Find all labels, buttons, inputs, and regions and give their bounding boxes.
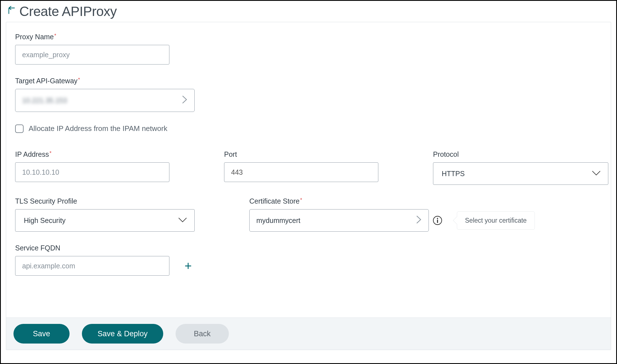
chevron-right-icon — [181, 95, 188, 106]
save-button[interactable]: Save — [13, 324, 70, 344]
service-fqdn-label: Service FQDN — [15, 244, 602, 252]
back-button[interactable]: Back — [176, 324, 229, 344]
target-gateway-select[interactable]: 10.221.35.153 — [15, 89, 195, 112]
field-cert-store: Certificate Store* mydummycert Select yo… — [249, 197, 535, 232]
chevron-down-icon — [591, 169, 601, 178]
row-ip-port-protocol: IP Address* Port Protocol HTTPS — [15, 150, 602, 185]
form-panel: Proxy Name* Target API-Gateway* 10.221.3… — [6, 22, 611, 350]
allocate-ipam-label[interactable]: Allocate IP Address from the IPAM networ… — [29, 124, 167, 133]
chevron-down-icon — [178, 216, 188, 225]
required-star-icon: * — [78, 77, 80, 82]
target-gateway-label-text: Target API-Gateway — [15, 77, 77, 85]
port-input[interactable] — [224, 162, 378, 182]
allocate-ipam-checkbox[interactable] — [15, 125, 24, 133]
row-tls-cert: TLS Security Profile High Security Certi… — [15, 197, 602, 232]
target-gateway-value: 10.221.35.153 — [22, 96, 67, 105]
ip-address-label-text: IP Address — [15, 150, 49, 158]
protocol-select[interactable]: HTTPS — [433, 162, 608, 185]
proxy-name-input[interactable] — [15, 45, 169, 64]
protocol-value: HTTPS — [442, 170, 465, 178]
target-gateway-label: Target API-Gateway* — [15, 77, 602, 85]
svg-rect-2 — [437, 220, 438, 223]
info-icon[interactable] — [433, 216, 442, 225]
field-port: Port — [224, 150, 378, 185]
cert-store-label-text: Certificate Store — [249, 197, 300, 205]
proxy-name-label: Proxy Name* — [15, 33, 602, 41]
tls-profile-label: TLS Security Profile — [15, 197, 195, 205]
svg-point-1 — [437, 218, 438, 219]
required-star-icon: * — [54, 33, 56, 38]
field-ip-address: IP Address* — [15, 150, 169, 185]
chevron-right-icon — [416, 215, 422, 226]
tls-profile-select[interactable]: High Security — [15, 209, 195, 232]
protocol-label: Protocol — [433, 150, 608, 158]
proxy-name-label-text: Proxy Name — [15, 33, 54, 41]
required-star-icon: * — [49, 150, 51, 156]
allocate-ipam-row: Allocate IP Address from the IPAM networ… — [15, 124, 602, 133]
ip-address-label: IP Address* — [15, 150, 169, 158]
field-proxy-name: Proxy Name* — [15, 33, 602, 64]
cert-store-value: mydummycert — [256, 216, 300, 225]
required-star-icon: * — [300, 197, 302, 203]
save-deploy-button[interactable]: Save & Deploy — [82, 324, 163, 344]
field-protocol: Protocol HTTPS — [433, 150, 608, 185]
page-title: Create APIProxy — [19, 4, 117, 19]
tls-profile-value: High Security — [24, 216, 66, 225]
field-service-fqdn: Service FQDN + — [15, 244, 602, 276]
footer-bar: Save Save & Deploy Back — [6, 317, 611, 350]
port-label: Port — [224, 150, 378, 158]
service-fqdn-input[interactable] — [15, 256, 169, 276]
ip-address-input[interactable] — [15, 162, 169, 182]
field-tls-profile: TLS Security Profile High Security — [15, 197, 195, 232]
field-target-gateway: Target API-Gateway* 10.221.35.153 — [15, 77, 602, 112]
page-header: Create APIProxy — [6, 4, 611, 19]
cert-store-select[interactable]: mydummycert — [249, 209, 429, 232]
cert-store-hint: Select your certificate — [457, 211, 535, 230]
add-fqdn-plus-icon[interactable]: + — [185, 259, 192, 273]
back-arrow-icon[interactable] — [6, 6, 18, 17]
cert-store-label: Certificate Store* — [249, 197, 535, 205]
